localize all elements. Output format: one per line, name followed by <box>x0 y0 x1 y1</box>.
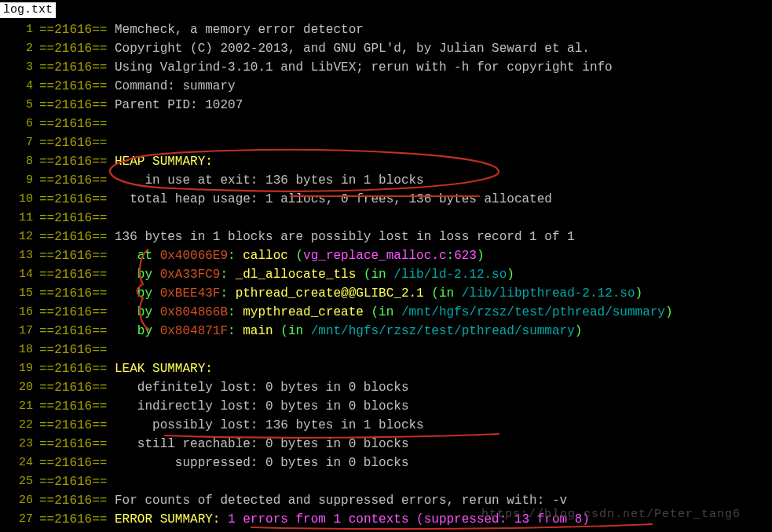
text-segment: ) <box>665 305 673 319</box>
code-line: 23==21616== still reachable: 0 bytes in … <box>0 435 772 454</box>
text-segment: ==21616== <box>39 399 115 414</box>
code-line: 1==21616== Memcheck, a memory error dete… <box>0 20 772 39</box>
text-segment: ==21616== <box>39 60 115 75</box>
line-number: 20 <box>0 378 39 397</box>
line-number: 18 <box>0 341 39 359</box>
text-segment: ( <box>288 249 303 263</box>
text-segment: still reachable: 0 bytes in 0 blocks <box>115 437 408 451</box>
line-number: 3 <box>0 58 39 77</box>
text-segment: /mnt/hgfs/rzsz/test/pthread/summary <box>401 305 665 319</box>
text-segment: ==21616== <box>39 23 115 37</box>
line-number: 24 <box>0 454 39 472</box>
text-segment: /mnt/hgfs/rzsz/test/pthread/summary <box>311 324 575 338</box>
line-content: ==21616== suppressed: 0 bytes in 0 block… <box>39 454 408 472</box>
text-segment: 0xA33FC9 <box>160 268 221 282</box>
text-segment: indirectly lost: 0 bytes in 0 blocks <box>115 399 408 414</box>
text-segment: ==21616== <box>39 98 115 112</box>
line-number: 2 <box>0 39 39 58</box>
code-line: 6==21616== <box>0 115 772 133</box>
text-segment: 136 bytes in 1 blocks are possibly lost … <box>115 230 575 244</box>
line-content: ==21616== still reachable: 0 bytes in 0 … <box>39 435 408 454</box>
text-segment: by <box>137 305 160 319</box>
code-line: 17==21616== by 0x804871F: main (in /mnt/… <box>0 322 772 341</box>
code-line: 10==21616== total heap usage: 1 allocs, … <box>0 190 772 209</box>
line-content: ==21616== Using Valgrind-3.10.1 and LibV… <box>39 58 613 77</box>
text-segment: ) <box>477 249 485 263</box>
text-segment: ==21616== <box>39 117 107 131</box>
line-number: 21 <box>0 397 39 416</box>
line-content: ==21616== Command: summary <box>39 77 236 96</box>
code-line: 8==21616== HEAP SUMMARY: <box>0 152 772 171</box>
code-line: 5==21616== Parent PID: 10207 <box>0 96 772 115</box>
text-segment: ==21616== <box>39 155 115 169</box>
text-segment: /lib/ld-2.12.so <box>393 268 507 282</box>
line-content: ==21616== indirectly lost: 0 bytes in 0 … <box>39 397 408 416</box>
line-number: 27 <box>0 510 39 529</box>
line-number: 6 <box>0 115 39 133</box>
text-segment: ==21616== <box>39 494 115 508</box>
text-segment: main <box>243 324 273 338</box>
text-segment: ==21616== <box>39 343 107 357</box>
line-number: 16 <box>0 303 39 322</box>
text-segment: ==21616== <box>39 173 115 188</box>
text-segment: definitely lost: 0 bytes in 0 blocks <box>115 381 408 395</box>
text-segment: : <box>220 286 235 301</box>
file-tab[interactable]: log.txt <box>0 2 56 18</box>
line-content: ==21616== by 0x804866B: mypthread_create… <box>39 303 673 322</box>
line-number: 26 <box>0 491 39 510</box>
text-segment: ==21616== <box>39 475 107 489</box>
code-line: 16==21616== by 0x804866B: mypthread_crea… <box>0 303 772 322</box>
text-segment: LEAK SUMMARY: <box>115 362 213 376</box>
text-segment: total heap usage: 1 allocs, 0 frees, 136… <box>115 192 552 206</box>
text-segment: ) <box>635 286 643 301</box>
line-number: 8 <box>0 152 39 171</box>
code-line: 4==21616== Command: summary <box>0 77 772 96</box>
text-segment: Memcheck, a memory error detector <box>115 23 364 37</box>
text-segment: Command: summary <box>115 79 236 93</box>
text-segment: : <box>228 305 243 319</box>
line-number: 7 <box>0 133 39 152</box>
code-line: 22==21616== possibly lost: 136 bytes in … <box>0 416 772 435</box>
text-segment: by <box>137 286 160 301</box>
text-segment: ==21616== <box>39 249 137 263</box>
line-number: 12 <box>0 228 39 246</box>
text-segment: ==21616== <box>39 437 115 451</box>
text-segment: For counts of detected and suppressed er… <box>115 494 567 508</box>
line-number: 4 <box>0 77 39 96</box>
text-segment: pthread_create@@GLIBC_2.1 <box>236 286 424 301</box>
text-segment: ==21616== <box>39 286 137 301</box>
text-segment: 0xBEE43F <box>160 286 221 301</box>
line-content: ==21616== <box>39 341 107 359</box>
text-segment: 0x804871F <box>160 324 228 338</box>
text-segment: in use at exit: 136 bytes in 1 blocks <box>115 173 424 188</box>
line-content: ==21616== Memcheck, a memory error detec… <box>39 20 364 39</box>
line-content: ==21616== Copyright (C) 2002-2013, and G… <box>39 39 590 58</box>
text-segment: (in <box>364 305 401 319</box>
text-segment: ERROR SUMMARY: <box>115 512 228 527</box>
line-number: 10 <box>0 190 39 209</box>
code-line: 13==21616== at 0x40066E9: calloc (vg_rep… <box>0 246 772 265</box>
code-line: 9==21616== in use at exit: 136 bytes in … <box>0 171 772 190</box>
line-content: ==21616== <box>39 209 107 228</box>
text-segment: possibly lost: 136 bytes in 1 blocks <box>115 418 424 432</box>
line-content: ==21616== <box>39 115 107 133</box>
file-tab-label: log.txt <box>3 3 53 16</box>
text-segment: (in <box>273 324 311 338</box>
text-segment: ==21616== <box>39 362 115 376</box>
text-segment: at <box>137 249 160 263</box>
code-line: 12==21616== 136 bytes in 1 blocks are po… <box>0 228 772 246</box>
code-line: 26==21616== For counts of detected and s… <box>0 491 772 510</box>
line-content: ==21616== in use at exit: 136 bytes in 1… <box>39 171 424 190</box>
text-segment: ==21616== <box>39 230 115 244</box>
line-content: ==21616== by 0x804871F: main (in /mnt/hg… <box>39 322 582 341</box>
text-segment: ==21616== <box>39 42 115 56</box>
text-segment: 623 <box>454 249 477 263</box>
line-number: 17 <box>0 322 39 341</box>
text-segment: ==21616== <box>39 268 137 282</box>
text-segment: ) <box>507 268 514 282</box>
text-segment: by <box>137 324 160 338</box>
text-segment: ==21616== <box>39 136 107 150</box>
line-content: ==21616== LEAK SUMMARY: <box>39 359 213 378</box>
text-segment: : <box>228 249 243 263</box>
line-number: 15 <box>0 284 39 303</box>
